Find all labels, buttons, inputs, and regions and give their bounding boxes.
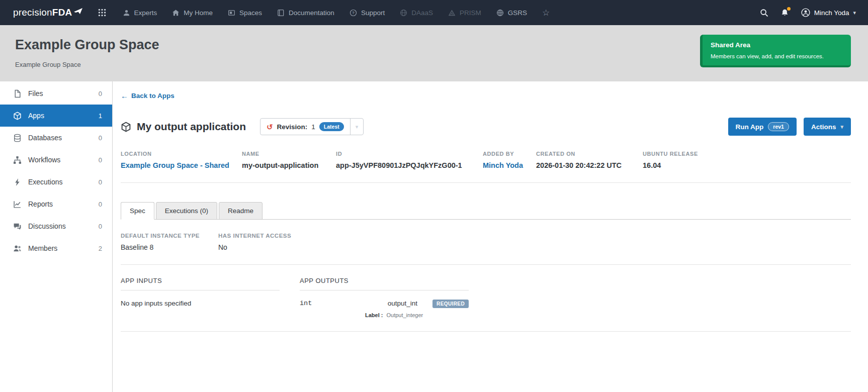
sidebar-item-label: Executions — [28, 178, 62, 186]
app-title: My output application — [137, 121, 246, 133]
sidebar-item-files[interactable]: Files 0 — [0, 82, 112, 105]
default-instance-type: DEFAULT INSTANCE TYPE Baseline 8 — [121, 233, 218, 251]
chevron-down-icon: ▾ — [356, 124, 359, 130]
output-name: output_int — [377, 300, 417, 307]
user-menu[interactable]: Minch Yoda ▾ — [801, 8, 856, 17]
tab-bar: Spec Executions (0) Readme — [121, 202, 851, 220]
app-outputs-section: APP OUTPUTS int output_int REQUIRED Labe… — [300, 277, 469, 318]
meta-location: LOCATION Example Group Space - Shared — [121, 151, 242, 169]
nav-item-label: DAaaS — [411, 9, 433, 17]
shared-area-description: Members can view, add, and edit resource… — [711, 53, 842, 59]
navbar-right: Minch Yoda ▾ — [760, 8, 856, 17]
chevron-down-icon: ▾ — [840, 124, 843, 130]
nav-item-experts[interactable]: Experts — [123, 9, 157, 17]
sidebar-item-label: Databases — [28, 134, 62, 142]
nav-item-label: Spaces — [239, 9, 262, 17]
actions-button[interactable]: Actions ▾ — [804, 118, 851, 136]
notification-dot — [787, 7, 791, 11]
actions-label: Actions — [811, 123, 836, 131]
experts-icon — [123, 9, 130, 17]
sidebar-item-count: 1 — [99, 112, 102, 120]
chevron-down-icon: ▾ — [853, 10, 856, 16]
documentation-icon — [277, 9, 285, 17]
sidebar-item-label: Apps — [28, 112, 44, 120]
back-to-apps-link[interactable]: ← Back to Apps — [121, 91, 175, 100]
nav-item-label: Documentation — [289, 9, 334, 17]
prism-icon — [448, 9, 456, 17]
meta-value: 16.04 — [643, 161, 698, 169]
app-metadata: LOCATION Example Group Space - Shared NA… — [121, 151, 851, 169]
sidebar-item-workflows[interactable]: Workflows 0 — [0, 149, 112, 171]
app-inputs-empty-text: No app inputs specified — [121, 300, 280, 307]
divider — [121, 331, 851, 332]
run-app-label: Run App — [736, 123, 764, 131]
meta-label: ADDED BY — [483, 151, 530, 157]
run-app-button[interactable]: Run App rev1 — [728, 118, 797, 136]
meta-name: NAME my-output-application — [242, 151, 336, 169]
divider — [121, 182, 851, 183]
user-avatar-icon — [801, 8, 810, 17]
nav-item-prism[interactable]: PRISM — [448, 9, 481, 17]
sidebar-item-databases[interactable]: Databases 0 — [0, 127, 112, 149]
nav-item-my-home[interactable]: My Home — [172, 9, 213, 17]
meta-ubuntu-release: UBUNTU RELEASE 16.04 — [643, 151, 704, 169]
spec-label: DEFAULT INSTANCE TYPE — [121, 233, 218, 239]
output-row: int output_int REQUIRED — [300, 300, 469, 308]
page-header: Example Group Space Example Group Space … — [0, 25, 868, 81]
sidebar-item-count: 0 — [99, 201, 102, 208]
revision-label: Revision: — [277, 123, 308, 131]
nav-item-label: Experts — [134, 9, 157, 17]
sidebar-item-label: Reports — [28, 200, 53, 208]
back-arrow-icon: ← — [121, 91, 128, 100]
workflow-icon — [13, 156, 22, 164]
paper-plane-icon — [73, 7, 83, 15]
nav-item-support[interactable]: ? Support — [350, 9, 385, 17]
precisionfda-logo[interactable]: precisionFDA — [13, 7, 83, 18]
database-icon — [13, 134, 22, 142]
daaas-icon — [400, 9, 407, 17]
notifications-bell-icon[interactable] — [780, 9, 789, 17]
meta-label: UBUNTU RELEASE — [643, 151, 698, 157]
sidebar-item-label: Files — [28, 89, 43, 97]
sidebar-item-count: 0 — [99, 178, 102, 186]
sidebar-item-executions[interactable]: Executions 0 — [0, 171, 112, 193]
nav-item-daaas[interactable]: DAaaS — [400, 9, 433, 17]
tab-readme[interactable]: Readme — [219, 202, 263, 220]
shared-area-title: Shared Area — [711, 41, 842, 49]
nav-item-label: PRISM — [460, 9, 481, 17]
run-app-rev-badge: rev1 — [768, 122, 789, 131]
revision-dropdown-toggle[interactable]: ▾ — [350, 119, 364, 135]
brand-text-light: precision — [13, 7, 52, 18]
sidebar: Files 0 Apps 1 Databases 0 Workflows 0 E… — [0, 81, 113, 392]
sidebar-item-discussions[interactable]: Discussions 0 — [0, 215, 112, 237]
comments-icon — [13, 222, 22, 231]
nav-item-documentation[interactable]: Documentation — [277, 9, 334, 17]
tab-executions[interactable]: Executions (0) — [156, 202, 217, 220]
sidebar-item-count: 0 — [99, 90, 102, 97]
cube-icon — [13, 112, 22, 120]
nav-item-gsrs[interactable]: GSRS — [496, 9, 527, 17]
nav-item-label: GSRS — [508, 9, 527, 17]
sidebar-item-count: 2 — [99, 245, 102, 252]
sidebar-item-count: 0 — [99, 223, 102, 230]
favorites-star-icon[interactable]: ☆ — [542, 9, 550, 17]
nav-item-spaces[interactable]: Spaces — [228, 9, 262, 17]
sidebar-item-apps[interactable]: Apps 1 — [0, 105, 112, 127]
sidebar-item-members[interactable]: Members 2 — [0, 237, 112, 259]
sidebar-item-reports[interactable]: Reports 0 — [0, 193, 112, 215]
sidebar-item-label: Discussions — [28, 222, 66, 230]
file-icon — [13, 89, 22, 98]
added-by-link[interactable]: Minch Yoda — [483, 161, 530, 169]
app-inputs-title: APP INPUTS — [121, 277, 280, 290]
apps-grid-icon[interactable] — [98, 8, 107, 17]
revision-selector[interactable]: ↺ Revision: 1 Latest ▾ — [260, 118, 364, 135]
internet-access: HAS INTERNET ACCESS No — [218, 233, 291, 251]
sidebar-item-label: Workflows — [28, 156, 60, 164]
tab-spec[interactable]: Spec — [121, 202, 154, 220]
brand-text-bold: FDA — [52, 7, 72, 18]
search-icon[interactable] — [760, 9, 768, 17]
bolt-icon — [13, 178, 22, 186]
meta-label: CREATED ON — [536, 151, 637, 157]
main-nav: Experts My Home Spaces Documentation ? S… — [123, 9, 550, 17]
location-link[interactable]: Example Group Space - Shared — [121, 161, 236, 169]
